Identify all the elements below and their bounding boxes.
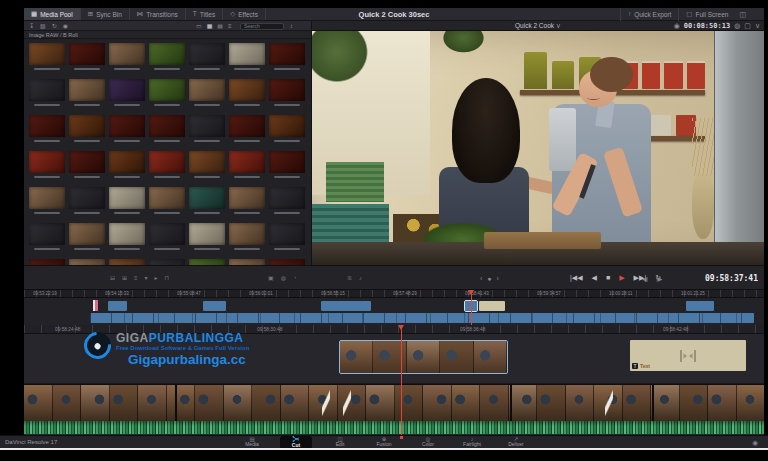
media-thumbnail[interactable] bbox=[109, 151, 145, 183]
media-thumbnail[interactable] bbox=[189, 79, 225, 111]
marker-icon[interactable]: ▾ bbox=[145, 275, 148, 281]
media-thumbnail[interactable] bbox=[149, 115, 185, 147]
media-thumbnail[interactable] bbox=[229, 151, 265, 183]
media-thumbnail[interactable] bbox=[69, 187, 105, 219]
media-thumbnail[interactable] bbox=[109, 115, 145, 147]
workspace-icon[interactable]: ◫ bbox=[739, 11, 746, 18]
review-icon[interactable]: ◔ bbox=[293, 275, 297, 281]
trim-icon[interactable]: ⊞ bbox=[122, 275, 127, 281]
tools-icon[interactable]: ⊓ bbox=[165, 275, 170, 281]
media-thumbnail[interactable] bbox=[29, 187, 65, 219]
media-thumbnail[interactable] bbox=[149, 43, 185, 75]
breadcrumb[interactable]: Image RAW / B Roll bbox=[24, 31, 311, 39]
title-clip[interactable]: T Text bbox=[630, 340, 746, 371]
prev-edit-icon[interactable]: ◀| bbox=[642, 275, 648, 282]
stop-icon[interactable]: ■ bbox=[606, 274, 610, 281]
jog-control[interactable]: ‹●› bbox=[480, 275, 499, 282]
overview-clip[interactable] bbox=[686, 301, 714, 311]
media-thumbnail[interactable] bbox=[269, 43, 305, 75]
media-thumbnail[interactable] bbox=[269, 223, 305, 255]
overview-track-v1-clip[interactable] bbox=[90, 313, 754, 323]
overview-title-clip[interactable] bbox=[479, 301, 505, 311]
media-thumbnail[interactable] bbox=[189, 187, 225, 219]
snap-icon[interactable]: ≡ bbox=[134, 275, 138, 281]
grab-still-icon[interactable]: ◍ bbox=[734, 22, 740, 29]
media-thumbnail[interactable] bbox=[109, 187, 145, 219]
overview-ruler[interactable]: 09:53:22:1909:54:15:3309:55:08:4709:56:0… bbox=[24, 290, 764, 298]
toolbar-button-sync-bin[interactable]: ⊞Sync Bin bbox=[81, 8, 130, 20]
thumbnail-view-icon[interactable]: ▦ bbox=[207, 23, 213, 29]
list-view-icon[interactable]: ≡ bbox=[228, 23, 232, 29]
media-thumbnail[interactable] bbox=[29, 115, 65, 147]
media-thumbnail[interactable] bbox=[229, 43, 265, 75]
razor-icon[interactable]: ⊟ bbox=[110, 275, 115, 281]
chevron-down-icon[interactable]: ∨ bbox=[755, 22, 760, 29]
play-icon[interactable]: ▶ bbox=[619, 274, 624, 281]
media-thumbnail[interactable] bbox=[29, 151, 65, 183]
media-thumbnail[interactable] bbox=[189, 223, 225, 255]
search-input[interactable] bbox=[240, 23, 284, 30]
toolbar-button-quick-export[interactable]: ↑Quick Export bbox=[620, 8, 678, 21]
media-thumbnail[interactable] bbox=[269, 79, 305, 111]
detail-playhead[interactable] bbox=[401, 325, 402, 435]
gear-icon[interactable]: ◉ bbox=[752, 439, 758, 447]
media-thumbnail[interactable] bbox=[69, 223, 105, 255]
media-thumbnail[interactable] bbox=[269, 151, 305, 183]
toolbar-button-effects[interactable]: ◇Effects bbox=[223, 8, 266, 20]
viewer-video[interactable] bbox=[312, 31, 764, 265]
flag-icon[interactable]: ▸ bbox=[155, 275, 158, 281]
filmstrip-view-icon[interactable]: ▭ bbox=[196, 23, 202, 29]
media-thumbnail[interactable] bbox=[109, 223, 145, 255]
media-thumbnail[interactable] bbox=[229, 79, 265, 111]
media-thumbnail[interactable] bbox=[69, 151, 105, 183]
media-thumbnail[interactable] bbox=[149, 223, 185, 255]
media-thumbnail[interactable] bbox=[69, 43, 105, 75]
media-thumbnail[interactable] bbox=[189, 115, 225, 147]
toolbar-button-titles[interactable]: TTitles bbox=[186, 8, 223, 20]
boring-icon[interactable]: ≋ bbox=[347, 275, 352, 281]
media-thumbnail[interactable] bbox=[149, 79, 185, 111]
media-thumbnail[interactable] bbox=[229, 187, 265, 219]
metadata-view-icon[interactable]: ▤ bbox=[217, 23, 223, 29]
sync-icon[interactable]: ↻ bbox=[52, 23, 57, 29]
overview-clip[interactable] bbox=[321, 301, 371, 311]
media-thumbnail[interactable] bbox=[189, 151, 225, 183]
toolbar-button-full-screen[interactable]: ▢Full Screen bbox=[678, 8, 735, 21]
media-thumbnail[interactable] bbox=[109, 79, 145, 111]
skip-first-icon[interactable]: |◀◀ bbox=[570, 274, 583, 281]
resize-icon[interactable]: ▢ bbox=[744, 22, 751, 29]
mic-icon[interactable]: ◍ bbox=[281, 275, 286, 281]
selected-clip[interactable] bbox=[340, 341, 507, 373]
lens-icon[interactable]: ◉ bbox=[674, 22, 680, 29]
import-media-icon[interactable]: ↧ bbox=[29, 23, 34, 29]
media-thumbnail[interactable] bbox=[149, 187, 185, 219]
clapper-icon[interactable]: ▧ bbox=[40, 23, 46, 29]
media-thumbnail-caption bbox=[114, 140, 139, 142]
overview-clip[interactable] bbox=[203, 301, 226, 311]
timeline-marker[interactable] bbox=[93, 300, 98, 311]
overview-clip[interactable] bbox=[108, 301, 127, 311]
media-thumbnail[interactable] bbox=[269, 115, 305, 147]
step-back-icon[interactable]: ◀ bbox=[592, 274, 597, 281]
media-thumbnail[interactable] bbox=[189, 43, 225, 75]
media-thumbnail[interactable] bbox=[29, 43, 65, 75]
sort-icon[interactable]: ↕ bbox=[290, 23, 293, 29]
next-edit-icon[interactable]: |▶ bbox=[656, 275, 662, 282]
audio-waveform[interactable] bbox=[24, 421, 764, 434]
audio-icon[interactable]: ♪ bbox=[359, 275, 362, 281]
media-thumbnail[interactable] bbox=[69, 79, 105, 111]
media-thumbnail[interactable] bbox=[269, 187, 305, 219]
media-thumbnail[interactable] bbox=[69, 115, 105, 147]
media-thumbnail-image bbox=[149, 151, 185, 173]
toolbar-button-transitions[interactable]: ⋈Transitions bbox=[130, 8, 186, 20]
camera-cut-icon[interactable]: ▣ bbox=[268, 275, 274, 281]
media-thumbnail[interactable] bbox=[229, 223, 265, 255]
media-thumbnail[interactable] bbox=[229, 115, 265, 147]
overview-playhead[interactable] bbox=[471, 290, 472, 325]
toolbar-button-media-pool[interactable]: ▦Media Pool bbox=[24, 8, 81, 20]
media-thumbnail[interactable] bbox=[109, 43, 145, 75]
media-thumbnail[interactable] bbox=[29, 223, 65, 255]
camera-icon[interactable]: ◉ bbox=[63, 23, 68, 29]
media-thumbnail[interactable] bbox=[149, 151, 185, 183]
media-thumbnail[interactable] bbox=[29, 79, 65, 111]
